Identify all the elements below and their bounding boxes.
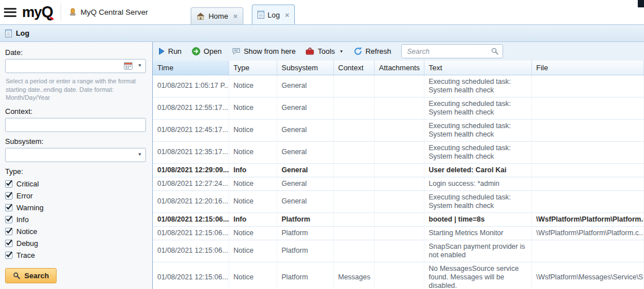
table-row[interactable]: 01/08/2021 12:45:17... Notice General Ex… [153, 119, 644, 141]
checkbox-checked-icon[interactable] [5, 204, 12, 211]
cell-context [333, 97, 374, 119]
checkbox-checked-icon[interactable] [5, 228, 12, 235]
type-checkbox-notice[interactable]: Notice [5, 226, 146, 237]
column-header-time[interactable]: Time [153, 61, 229, 75]
page-title: Log [16, 29, 29, 37]
column-header-context[interactable]: Context [333, 61, 374, 75]
cell-subsystem: General [277, 97, 333, 119]
cell-time: 01/08/2021 12:45:17... [153, 119, 229, 141]
context-input[interactable] [5, 118, 146, 132]
run-button[interactable]: Run [158, 47, 182, 56]
type-checkbox-debug[interactable]: Debug [5, 237, 146, 249]
table-row[interactable]: 01/08/2021 12:35:17... Notice General Ex… [153, 141, 644, 163]
type-checkbox-label: Warning [16, 203, 44, 212]
cell-time: 01/08/2021 12:15:06... [153, 212, 229, 226]
table-row[interactable]: 01/08/2021 12:20:16... Notice General Ex… [153, 190, 644, 212]
search-icon[interactable] [491, 48, 499, 55]
table-row[interactable]: 01/08/2021 12:55:17... Notice General Ex… [153, 97, 644, 119]
column-header-attachments[interactable]: Attachments [374, 61, 424, 75]
checkbox-checked-icon[interactable] [5, 192, 12, 199]
context-label: Context: [5, 107, 146, 116]
cell-time: 01/08/2021 12:15:06... [153, 240, 229, 262]
tab-home[interactable]: Home × [191, 7, 243, 24]
cell-text: Login success: *admin [424, 177, 531, 190]
cell-time: 01/08/2021 12:15:06... [153, 226, 229, 240]
cell-context [333, 190, 374, 212]
type-checkbox-label: Notice [16, 227, 37, 236]
table-row[interactable]: 01/08/2021 12:15:06... Notice Platform S… [153, 240, 644, 262]
table-row[interactable]: 01/08/2021 1:05:17 P... Notice General E… [153, 75, 644, 97]
cell-attachments [374, 119, 424, 141]
cell-text: No MessagesSource service found. Message… [424, 262, 531, 289]
tab-log[interactable]: Log × [252, 5, 295, 24]
date-dropdown-icon[interactable]: ▼ [138, 63, 142, 68]
table-row[interactable]: 01/08/2021 12:27:24... Notice General Lo… [153, 177, 644, 190]
cell-subsystem: Platform [277, 226, 333, 240]
table-row[interactable]: 01/08/2021 12:15:06... Info Platform boo… [153, 212, 644, 226]
tools-button[interactable]: Tools ▼ [306, 47, 343, 56]
show-from-here-icon [232, 48, 241, 55]
cell-attachments [374, 177, 424, 190]
calendar-icon[interactable] [124, 62, 132, 70]
tools-icon [306, 48, 314, 55]
cell-subsystem: General [277, 119, 333, 141]
cell-time: 01/08/2021 12:27:24... [153, 177, 229, 190]
tab-close-icon[interactable]: × [285, 11, 289, 19]
page-title-bar: Log [0, 25, 644, 42]
tools-label: Tools [317, 47, 334, 56]
home-icon [196, 12, 205, 20]
column-header-subsystem[interactable]: Subsystem [277, 61, 333, 75]
cell-attachments [374, 141, 424, 163]
cell-subsystem: Platform [277, 240, 333, 262]
log-search-input[interactable] [406, 47, 491, 56]
subsystem-input[interactable] [5, 148, 146, 162]
table-row[interactable]: 01/08/2021 12:15:06... Notice Platform M… [153, 262, 644, 289]
cell-time: 01/08/2021 12:29:09... [153, 163, 229, 177]
tab-bar: Home × Log × [191, 0, 295, 24]
cell-type: Notice [229, 177, 277, 190]
type-checkbox-info[interactable]: Info [5, 214, 146, 226]
server-label: MyQ Central Server [80, 8, 148, 16]
column-header-label: Attachments [379, 63, 420, 72]
type-checkbox-label: Error [16, 192, 33, 200]
table-row[interactable]: 01/08/2021 12:15:06... Notice Platform S… [153, 226, 644, 240]
cell-type: Info [229, 163, 277, 177]
log-main-panel: Run Open [152, 42, 644, 289]
top-bar: myQ MyQ Central Server Home × Log × [0, 0, 644, 25]
log-toolbar: Run Open [153, 42, 644, 61]
cell-file: \WsfPlatform\Platform\Platform.c... [531, 212, 644, 226]
column-header-text[interactable]: Text [424, 61, 531, 75]
table-row[interactable]: 01/08/2021 12:29:09... Info General User… [153, 163, 644, 177]
context-field [5, 118, 146, 132]
type-checkbox-critical[interactable]: Critical [5, 178, 146, 190]
tab-close-icon[interactable]: × [233, 12, 238, 20]
checkbox-checked-icon[interactable] [5, 216, 12, 223]
type-checkbox-trace[interactable]: Trace [5, 249, 146, 261]
open-button[interactable]: Open [192, 47, 222, 56]
type-checkbox-warning[interactable]: Warning [5, 202, 146, 214]
cell-file [531, 240, 644, 262]
cell-type: Notice [229, 190, 277, 212]
cell-subsystem: General [277, 163, 333, 177]
subsystem-dropdown-icon[interactable]: ▼ [138, 152, 142, 157]
search-button[interactable]: Search [5, 268, 57, 283]
checkbox-checked-icon[interactable] [5, 240, 12, 247]
cell-text: SnapScan payment provider is not enabled [424, 240, 531, 262]
show-from-here-button[interactable]: Show from here [232, 47, 296, 56]
checkbox-checked-icon[interactable] [5, 252, 12, 259]
cell-type: Info [229, 212, 277, 226]
menu-icon[interactable] [4, 8, 16, 17]
refresh-button[interactable]: Refresh [354, 47, 392, 56]
type-checkbox-error[interactable]: Error [5, 190, 146, 202]
subsystem-select[interactable]: ▼ [5, 148, 146, 162]
corner-artifact [638, 0, 644, 7]
checkbox-checked-icon[interactable] [5, 180, 12, 188]
column-header-file[interactable]: File [531, 61, 644, 75]
cell-attachments [374, 226, 424, 240]
column-header-type[interactable]: Type [229, 61, 277, 75]
cell-type: Notice [229, 119, 277, 141]
cell-text: Executing scheduled task: System health … [424, 190, 531, 212]
cell-subsystem: General [277, 75, 333, 97]
cell-context: Messages [333, 262, 374, 289]
cell-time: 01/08/2021 12:55:17... [153, 97, 229, 119]
